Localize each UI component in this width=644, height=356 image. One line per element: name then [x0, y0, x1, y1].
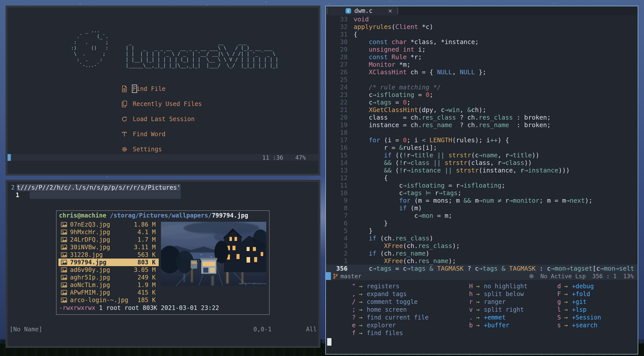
buffer-name: [No Name] [10, 326, 42, 333]
dashboard-menu-recently-used-files[interactable]: Recently Used Files [120, 100, 202, 108]
code-text: && (!r→class || strstr(class, r→class)) [354, 159, 638, 166]
line-number: 17 [326, 136, 348, 144]
file-row[interactable]: 24LrDFQ.jpg1.7 M [58, 236, 159, 243]
dashboard-menu-settings[interactable]: Settings [120, 146, 162, 153]
file-row[interactable]: aghr5Ip.jpg249 K [58, 274, 159, 281]
code-line: 26 XClassHint ch = { NULL, NULL }; [326, 68, 638, 76]
arrow-right-icon: → [563, 298, 569, 305]
code-text: && (!r→instance || strstr(instance, r→in… [354, 167, 638, 174]
file-row-selected[interactable]: 799794.jpg803 K [58, 259, 159, 266]
which-key-binding-/[interactable]: /→comment toggle [341, 298, 429, 306]
image-icon [61, 267, 70, 272]
c-language-icon: C [345, 8, 351, 14]
which-key-binding-f[interactable]: f→find files [341, 329, 429, 337]
git-branch[interactable]: master [333, 273, 361, 279]
which-key-binding-d[interactable]: d→+debug [546, 282, 601, 290]
binding-description: +Session [572, 314, 601, 321]
which-key-binding-s[interactable]: s→+search [546, 321, 601, 329]
dashboard-menu-find-file[interactable]: Find File [120, 85, 165, 93]
code-line: 4 if (ch.res_class) [326, 234, 638, 242]
code-text: void [354, 16, 638, 23]
arrow-right-icon: → [475, 314, 481, 321]
which-key-binding-e[interactable]: e→explorer [341, 321, 429, 329]
dashboard-menu-load-last-session[interactable]: Load Last Session [120, 115, 195, 123]
image-icon [61, 252, 70, 257]
file-row[interactable]: 9hMxcHr.jpg4.1 M [58, 228, 159, 236]
which-key-binding-?[interactable]: ?→find current file [341, 313, 429, 321]
preview-title: chris@machine /storag/Pictures/wallpaper… [59, 212, 248, 219]
image-icon [61, 260, 70, 265]
arrow-right-icon: → [358, 291, 364, 298]
code-text: XClassHint ch = { NULL, NULL }; [354, 68, 638, 76]
file-row[interactable]: 30iNVBw.jpg3.11 M [58, 243, 159, 251]
code-area[interactable]: 33void32applyrules(Client *c)31{30 const… [326, 15, 638, 272]
code-text: for (i = 0; i < LENGTH(rules); i++) { [354, 136, 638, 144]
file-name: aoNcTLm.jpg [70, 281, 131, 289]
which-key-binding-h[interactable]: h→split below [458, 290, 527, 298]
binding-description: expand tags [367, 291, 407, 298]
dashboard-menu-find-word[interactable]: Find Word [120, 130, 165, 138]
ranger-preview-popup: chris@machine /storag/Pictures/wallpaper… [56, 210, 269, 315]
binding-description: no highlight [484, 283, 527, 290]
line-number: 29 [326, 46, 348, 53]
binding-description: +lsp [572, 306, 587, 313]
code-text: r = &rules[i]; [354, 144, 638, 151]
which-key-binding-,[interactable]: ,→expand tags [341, 290, 429, 298]
watermark-text: www.DesktopBackground.org [239, 282, 266, 285]
which-key-binding-F[interactable]: F→+fold [546, 290, 601, 298]
menu-item-label: Settings [133, 146, 162, 153]
line-number: 27 [326, 61, 348, 68]
which-key-binding-v[interactable]: v→split right [458, 306, 527, 313]
binding-description: +search [572, 322, 597, 329]
close-icon[interactable]: × [388, 7, 392, 15]
binding-key: s [546, 322, 561, 329]
arrow-right-icon: → [358, 306, 364, 313]
which-key-binding-;[interactable]: ;→home screen [341, 306, 429, 313]
file-row[interactable]: APwFMIM.jpg415 K [58, 289, 159, 296]
lsp-status: No Active Lsp [540, 273, 586, 279]
file-name: 24LrDFQ.jpg [70, 236, 131, 243]
buffer-line-1: 1 [16, 191, 19, 199]
star [329, 3, 330, 4]
line-number: 1 [326, 257, 348, 265]
file-details-line: -rwxrwxrwx 1 root root 803K 2021-03-01 2… [59, 304, 219, 311]
file-row[interactable]: ad6v90y.jpg3.05 M [58, 266, 159, 274]
code-text: { [354, 174, 638, 182]
arrow-right-icon: → [475, 283, 481, 290]
file-row[interactable]: arco-login-~.jpg185 K [58, 296, 159, 304]
code-text: Monitor *m; [354, 61, 638, 68]
which-key-binding-S[interactable]: S→+Session [546, 313, 601, 321]
which-key-binding-r[interactable]: r→ranger [458, 298, 527, 306]
arrow-right-icon: → [475, 306, 481, 313]
tram-far [191, 260, 197, 269]
file-row[interactable]: 31228.jpg563 K [58, 251, 159, 259]
wallpaper-preview-image: www.DesktopBackground.org [161, 222, 266, 286]
which-key-binding-b[interactable]: b→+buffer [458, 321, 527, 329]
file-name: aghr5Ip.jpg [70, 274, 131, 281]
image-icon [61, 290, 70, 295]
scroll-indicator: All [306, 326, 317, 333]
code-line: 23 c→isfloating = 0; [326, 91, 638, 98]
which-key-binding-.[interactable]: .→+emmet [458, 313, 527, 321]
code-text: XGetClassHint(dpy, c→win, &ch); [354, 106, 638, 114]
arrow-right-icon: → [358, 314, 364, 321]
line-number: 31 [326, 31, 348, 38]
arrow-right-icon: → [475, 291, 481, 298]
tab-dwm-c[interactable]: C dwm.c × [327, 6, 398, 15]
code-line: 31{ [326, 30, 638, 38]
star [107, 177, 108, 177]
lunarvim-logo: _ ... .` (_`. : . ; _ __ ___ :) () : | |… [68, 28, 278, 68]
star [324, 3, 324, 4]
binding-key: h [458, 291, 473, 298]
mode-indicator-block [326, 272, 331, 280]
which-key-binding-g[interactable]: g→+git [546, 298, 601, 306]
code-text: XFree(ch.res_name); [354, 257, 638, 265]
file-row[interactable]: aoNcTLm.jpg1.9 M [58, 281, 159, 289]
which-key-binding-l[interactable]: l→+lsp [546, 306, 601, 313]
which-key-binding-H[interactable]: H→no highlight [458, 282, 527, 290]
file-name: 07nEzQ3.jpg [70, 221, 131, 228]
cursor-position: 356 : 1 [592, 273, 617, 279]
which-key-binding-"[interactable]: "→registers [341, 282, 429, 290]
file-row[interactable]: 07nEzQ3.jpg1.86 M [58, 221, 159, 228]
binding-key: , [341, 291, 356, 298]
